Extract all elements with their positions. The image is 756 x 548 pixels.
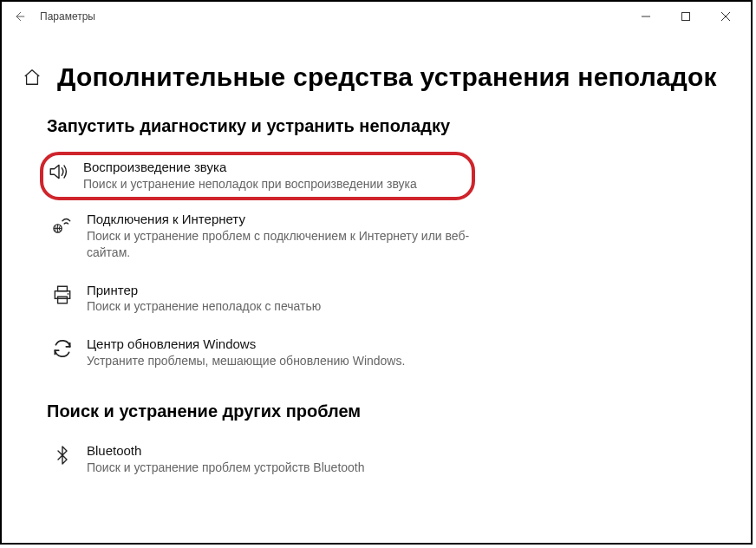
primary-items: Воспроизведение звука Поиск и устранение… [47,152,730,375]
sync-icon [50,337,75,362]
page-title: Дополнительные средства устранения непол… [57,62,717,92]
item-desc: Поиск и устранение неполадок при воспрои… [83,176,417,192]
bluetooth-icon [50,444,75,468]
item-label: Принтер [87,282,321,299]
item-label: Подключения к Интернету [87,211,494,228]
secondary-items: Bluetooth Поиск и устранение проблем уст… [47,437,730,482]
home-button[interactable] [23,68,42,87]
svg-rect-5 [58,286,68,290]
maximize-button[interactable] [666,3,706,29]
item-label: Bluetooth [87,442,365,460]
home-icon [23,68,42,87]
svg-point-8 [68,293,69,295]
item-desc: Устраните проблемы, мешающие обновлению … [87,353,405,369]
close-icon [720,11,731,22]
content-area: Дополнительные средства устранения непол… [2,31,751,483]
window-title: Параметры [40,10,95,23]
troubleshooter-audio-playback[interactable]: Воспроизведение звука Поиск и устранение… [40,152,475,200]
window-controls [626,3,746,29]
item-desc: Поиск и устранение неполадок с печатью [87,298,321,315]
troubleshooter-internet[interactable]: Подключения к Интернету Поиск и устранен… [47,206,544,267]
speaker-icon [47,160,71,185]
troubleshooter-printer[interactable]: Принтер Поиск и устранение неполадок с п… [47,277,544,322]
troubleshooter-windows-update[interactable]: Центр обновления Windows Устраните пробл… [47,330,544,375]
page-header: Дополнительные средства устранения непол… [23,62,730,92]
item-label: Центр обновления Windows [87,336,405,353]
item-desc: Поиск и устранение проблем с подключение… [87,228,494,261]
maximize-icon [681,11,691,22]
section-heading-secondary: Поиск и устранение других проблем [47,401,730,421]
minimize-button[interactable] [626,3,666,29]
settings-window: Параметры [0,0,753,545]
arrow-left-icon [13,10,25,23]
titlebar: Параметры [2,2,751,31]
back-button[interactable] [10,10,28,23]
svg-rect-1 [682,13,690,21]
section-heading-primary: Запустить диагностику и устранить непола… [47,116,730,136]
troubleshooter-bluetooth[interactable]: Bluetooth Поиск и устранение проблем уст… [47,437,544,482]
wifi-globe-icon [50,212,75,237]
printer-icon [50,284,75,308]
item-label: Воспроизведение звука [83,159,417,176]
svg-rect-7 [58,297,68,303]
close-button[interactable] [706,3,746,29]
item-desc: Поиск и устранение проблем устройств Blu… [87,460,365,476]
minimize-icon [641,11,651,22]
